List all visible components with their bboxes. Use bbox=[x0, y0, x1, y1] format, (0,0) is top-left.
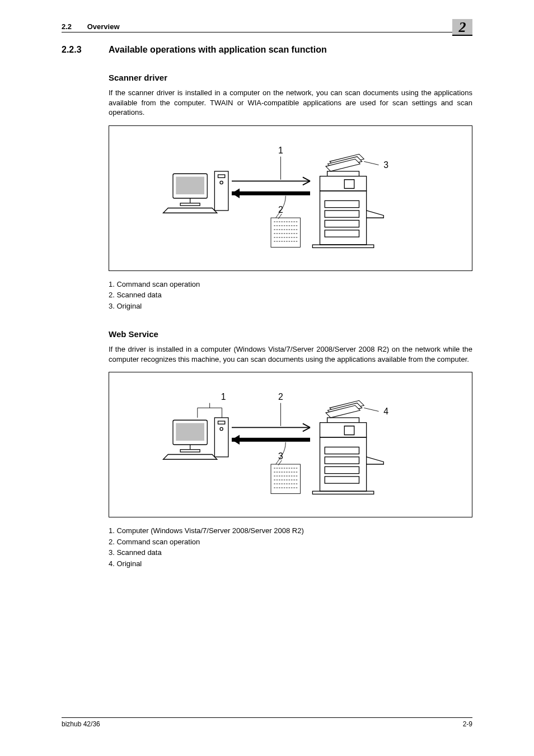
svg-rect-18 bbox=[325, 200, 359, 207]
svg-rect-1 bbox=[176, 176, 204, 194]
svg-rect-30 bbox=[218, 421, 225, 424]
fig2-label-4: 4 bbox=[383, 407, 388, 416]
svg-rect-5 bbox=[218, 175, 225, 178]
svg-rect-50 bbox=[325, 477, 359, 483]
svg-rect-8 bbox=[271, 218, 301, 248]
chapter-number-box: 2 bbox=[452, 19, 472, 36]
svg-rect-45 bbox=[320, 423, 367, 437]
footer-page: 2-9 bbox=[463, 720, 472, 728]
text-web-service: If the driver is installed in a computer… bbox=[109, 344, 472, 364]
legend-item: 1. Command scan operation bbox=[109, 279, 472, 290]
diagram-web-service: 1 2 bbox=[134, 380, 447, 509]
figure-scanner-driver: 1 2 bbox=[109, 125, 472, 271]
svg-rect-47 bbox=[325, 447, 359, 454]
header-section-title: Overview bbox=[87, 22, 120, 31]
svg-rect-21 bbox=[325, 230, 359, 237]
section-heading: 2.2.3 Available operations with applicat… bbox=[62, 45, 472, 55]
svg-rect-3 bbox=[180, 203, 200, 205]
section-title: Available operations with application sc… bbox=[109, 45, 327, 55]
svg-rect-23 bbox=[312, 245, 373, 248]
legend-item: 3. Scanned data bbox=[109, 547, 472, 558]
svg-rect-16 bbox=[320, 176, 367, 190]
fig2-label-3: 3 bbox=[278, 451, 283, 461]
svg-rect-28 bbox=[180, 450, 200, 452]
figure-web-service: 1 2 bbox=[109, 372, 472, 517]
svg-line-24 bbox=[364, 161, 378, 165]
legend-item: 3. Original bbox=[109, 301, 472, 312]
svg-rect-20 bbox=[325, 220, 359, 227]
subheading-web-service: Web Service bbox=[109, 329, 472, 339]
page-footer: bizhub 42/36 2-9 bbox=[62, 717, 472, 728]
fig1-label-3: 3 bbox=[383, 160, 388, 169]
svg-rect-49 bbox=[325, 467, 359, 474]
svg-rect-37 bbox=[271, 464, 301, 494]
page-header: 2.2 Overview bbox=[62, 22, 472, 32]
legend-item: 2. Scanned data bbox=[109, 290, 472, 301]
fig2-label-2: 2 bbox=[278, 392, 283, 402]
legend-scanner-driver: 1. Command scan operation 2. Scanned dat… bbox=[109, 279, 472, 312]
fig2-label-1: 1 bbox=[221, 392, 226, 402]
svg-point-6 bbox=[220, 181, 223, 184]
svg-rect-26 bbox=[176, 423, 204, 441]
svg-rect-29 bbox=[214, 418, 228, 457]
page: 2.2 Overview 2 2.2.3 Available operation… bbox=[0, 0, 534, 756]
fig1-label-1: 1 bbox=[278, 145, 283, 155]
svg-point-31 bbox=[220, 428, 223, 431]
svg-rect-48 bbox=[325, 457, 359, 464]
svg-rect-51 bbox=[312, 491, 373, 494]
legend-item: 1. Computer (Windows Vista/7/Server 2008… bbox=[109, 525, 472, 536]
svg-rect-19 bbox=[325, 211, 359, 217]
section-number: 2.2.3 bbox=[62, 45, 109, 55]
svg-rect-4 bbox=[214, 171, 228, 211]
footer-model: bizhub 42/36 bbox=[62, 720, 100, 728]
legend-item: 4. Original bbox=[109, 558, 472, 570]
fig1-label-2: 2 bbox=[278, 205, 283, 214]
diagram-scanner-driver: 1 2 bbox=[134, 134, 447, 263]
legend-web-service: 1. Computer (Windows Vista/7/Server 2008… bbox=[109, 525, 472, 569]
legend-item: 2. Command scan operation bbox=[109, 536, 472, 548]
header-left: 2.2 Overview bbox=[62, 22, 120, 31]
text-scanner-driver: If the scanner driver is installed in a … bbox=[109, 88, 472, 118]
svg-line-52 bbox=[364, 408, 378, 412]
subheading-scanner-driver: Scanner driver bbox=[109, 73, 472, 82]
header-section-number: 2.2 bbox=[62, 22, 72, 31]
